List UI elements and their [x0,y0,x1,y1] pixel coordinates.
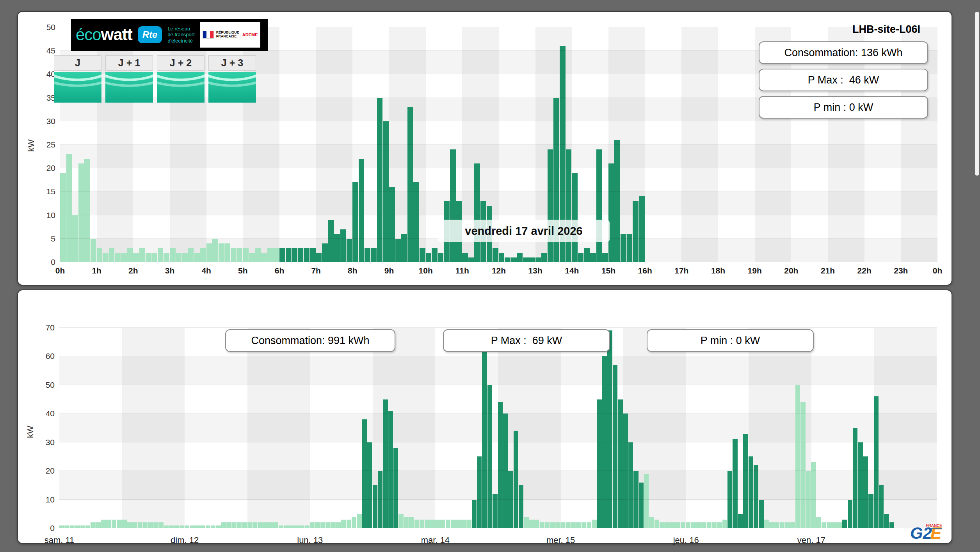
bar [754,465,758,528]
weekly-chart-panel: Consommation: 991 kWh P Max : 69 kW P mi… [17,289,952,544]
bar [200,248,206,262]
bar [800,402,805,528]
bar [534,520,539,528]
bar [450,149,456,262]
bar [158,248,164,262]
x-tick-label: sam. 11 [44,535,75,545]
bar [848,500,852,528]
bar [146,253,151,262]
bar [596,149,602,262]
bar [541,253,547,262]
bar [112,520,116,528]
bar [451,520,455,528]
bar [440,520,445,528]
x-tick-label: 9h [384,266,394,275]
bar [231,522,236,528]
forecast-tile[interactable]: J + 3 [208,55,256,103]
bar [395,239,401,262]
y-tick-label: 15 [46,187,55,196]
bar [540,522,544,528]
bar [435,520,440,528]
bar [696,522,701,528]
x-tick-label: 17h [674,266,688,275]
bar [665,522,670,528]
y-tick-label: 60 [46,351,55,361]
bar [60,173,66,262]
scrollbar-thumb[interactable] [975,12,979,176]
weekly-consumption-badge: Consommation: 991 kWh [225,329,395,352]
bar [352,182,358,262]
gridline [60,215,937,215]
bar [555,522,560,528]
bar [597,399,602,528]
bar [639,483,644,528]
bar [712,522,717,528]
bar [759,500,763,528]
x-tick-label: 0h [55,266,65,275]
forecast-tile[interactable]: J + 1 [105,55,153,103]
bar [628,442,633,528]
y-tick-label: 70 [46,323,55,332]
bar [359,159,365,262]
bar [587,522,591,528]
bar [608,163,614,262]
bar [795,385,800,528]
x-tick-label: 6h [275,266,285,275]
forecast-tile-label: J + 3 [208,55,256,71]
bar [242,522,247,528]
bar [347,239,352,262]
bar [727,471,732,528]
bar [388,411,393,528]
bar [743,434,748,528]
y-tick-label: 5 [51,234,55,243]
x-tick-label: mer. 15 [546,535,575,545]
bar [487,385,492,528]
bar [109,248,115,262]
bar [498,402,503,528]
bar [84,159,90,262]
bar [477,456,482,528]
bar [91,239,96,262]
weekly-chart-plot[interactable] [59,328,937,528]
bar [701,522,706,528]
bar [352,517,356,528]
bar [91,522,95,528]
bar [378,471,382,528]
bar [722,520,727,528]
forecast-tile[interactable]: J + 2 [157,55,205,103]
gridline [59,327,937,328]
bar [613,365,617,528]
daily-consumption-badge: Consommation: 136 kWh [759,41,928,64]
bar [212,239,218,262]
bar [660,522,664,528]
bar [670,522,675,528]
weekly-bars [59,328,937,528]
y-tick-label: 0 [51,257,55,267]
x-tick-label: 8h [348,266,357,275]
bar [717,522,722,528]
x-tick-label: 4h [201,266,211,275]
bar [686,522,690,528]
bar [322,243,328,262]
y-tick-label: 50 [46,380,55,390]
bar [249,253,255,262]
bar [529,520,534,528]
y-tick-label: 25 [46,140,55,149]
bar [560,522,565,528]
bar [253,522,257,528]
bar [545,522,550,528]
bar [733,439,737,528]
y-tick-label: 45 [46,46,55,55]
bar [524,517,528,528]
bar [304,248,309,262]
bar [764,520,769,528]
bar [462,253,468,262]
bar [279,248,285,262]
bar [103,253,108,262]
bar [310,522,315,528]
y-axis: 010203040506070 [34,328,57,528]
bar [357,514,361,528]
forecast-tile[interactable]: J [54,55,101,103]
bar [633,471,638,528]
bar [292,248,297,262]
